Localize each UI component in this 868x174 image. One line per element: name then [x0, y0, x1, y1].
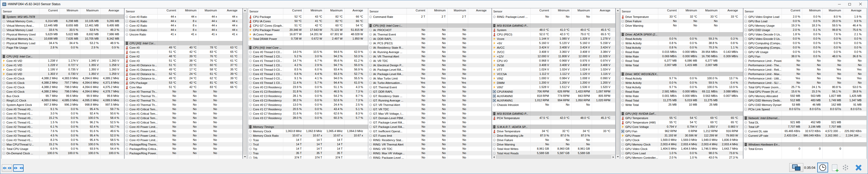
sensor-row[interactable]: GT: DDR RAPLNoNoNo: [368, 89, 492, 94]
sensor-row[interactable]: 3VCC3.408 V3.360 V3.408 V3.384 V: [492, 50, 615, 54]
sensor-row[interactable]: Core #2 Power Limit...NoNoNo: [125, 133, 242, 138]
column-header-current[interactable]: Current: [781, 8, 802, 14]
sensor-row[interactable]: Core #0 VID1.238 V1.174 V1.345 V1.260 V: [2, 59, 124, 63]
sensor-row[interactable]: Memory Clock1,063.8 MHz1,062.8 MHz1,065.…: [248, 129, 368, 133]
sensor-row[interactable]: Drive FailureNoNoNo: [492, 138, 615, 142]
sensor-row[interactable]: IA: PROCHOTNoNoNo: [368, 28, 492, 32]
column-header-sensor[interactable]: Sensor: [368, 8, 407, 14]
sensor-row[interactable]: GPU Video Encode 0 Us...0.0 %0.0 %0.0 %0…: [743, 36, 866, 41]
column-header-sensor[interactable]: Sensor: [743, 8, 781, 14]
sensor-row[interactable]: Core #2 C3 Residency28.1 %0.0 %54.2 %8.7…: [248, 94, 368, 98]
sensor-row[interactable]: Read Activity0.0 %0.0 %59.3 %0.3 %: [620, 36, 743, 41]
sensor-row[interactable]: Trcd14 T14 T14 T: [248, 142, 368, 147]
sensor-row[interactable]: Vcore1.144 V1.080 V1.328 V1.278 V: [492, 36, 615, 41]
section-header-row[interactable]: Network: Intel Ethernet...: [743, 116, 866, 120]
vertical-scrollbar-1[interactable]: [243, 8, 247, 159]
sensor-row[interactable]: Ring/LLC Clock4,089.0 MHz4,085.0 MHz4,09…: [2, 98, 124, 103]
scroll-down-button[interactable]: [243, 155, 247, 159]
sensor-row[interactable]: Core #3 Ratio44 x8 x44 x44 x: [125, 28, 242, 32]
sensor-row[interactable]: Core #3 Thread 1 C0...11.4 %5.7 %94.4 %6…: [248, 81, 368, 85]
sensor-row[interactable]: IA: Package-Level RA...NoNoNo: [368, 72, 492, 76]
sensor-row[interactable]: GPU Temperature (HW)55 °C54 °C69 °C65 °C: [620, 120, 743, 124]
sensor-row[interactable]: Core #0 C3 Residency23.9 %0.0 %51.1 %4.3…: [248, 85, 368, 89]
sensor-row[interactable]: Virtual Memory Com...6,314 MB6,298 MB10,…: [2, 19, 124, 23]
sensor-row[interactable]: Core #3 Power Limit...NoNoNo: [125, 138, 242, 142]
sensor-row[interactable]: GPU Memory Clock2,003.4 MHz2,003.4 MHz2,…: [620, 142, 743, 147]
sensor-row[interactable]: Package/Ring Critica...NoNoNo: [125, 147, 242, 151]
sensor-row[interactable]: Core #151 °C42 °C83 °C65 °C: [125, 50, 242, 54]
section-header-row[interactable]: GPU [#0]: NVIDIA GeF...: [620, 111, 743, 116]
sensor-row[interactable]: Core #3 Thread 0 C0...9.1 %4.1 %94.0 %55…: [248, 76, 368, 81]
sensor-row[interactable]: Physical Memory Used5,629 MB5,622 MB8,69…: [2, 32, 124, 36]
section-header-row[interactable]: S.M.A.R.T.: ADATA SP...: [492, 124, 615, 129]
section-header-row[interactable]: CPU [#0]: Intel Core ...: [248, 45, 368, 50]
sensor-row[interactable]: +12V12.000 V11.808 V12.000 V11.928 V: [492, 54, 615, 59]
sensor-row[interactable]: Read Total11,275 MB5,019 MB11,275 MB: [620, 98, 743, 103]
sensor-row[interactable]: Core #2 Thermal Th...NoNoNo: [125, 98, 242, 103]
sensor-row[interactable]: GPU Core Voltage0.794 V0.794 V1.050 V0.9…: [620, 124, 743, 129]
sensor-row[interactable]: Chassis IntrusionNoNoNo: [492, 103, 615, 107]
sensor-row[interactable]: Write Activity0.8 %0.0 %38.8 %0.8 %: [620, 41, 743, 45]
sensor-row[interactable]: GPU Clock1,569.0 MHz1,569.0 MHz1,949.0 M…: [620, 138, 743, 142]
sensor-row[interactable]: Core #049 °C40 °C78 °C63 °C: [125, 45, 242, 50]
sensor-row[interactable]: Package/Ring Therm...NoNoNo: [125, 142, 242, 147]
sensor-row[interactable]: Core #3 Thermal Th...NoNoNo: [125, 103, 242, 107]
sensor-row[interactable]: Core #2 Clock4,388.2 MHz798.0 MHz4,394.6…: [2, 85, 124, 89]
column-header-sensor[interactable]: Sensor: [620, 8, 658, 14]
sensor-row[interactable]: Core #2 Thread #1...7.6 %0.0 %91.6 %49.6…: [2, 129, 124, 133]
sensor-row[interactable]: GPU Bus Load0.0 %0.0 %20.0 %9.9 %: [743, 19, 866, 23]
sensor-row[interactable]: Core #3 Thread #1...8.3 %0.0 %95.4 %58.5…: [2, 138, 124, 142]
sensor-row[interactable]: Write Total2,007 MB1,415 MB2,007 MB: [620, 63, 743, 67]
sensor-row[interactable]: GPU Video Clock1,404.5 MHz1,404.5 MHz1,7…: [620, 147, 743, 151]
sensor-row[interactable]: GPU Computing (Compu...0.0 %0.0 %0.0 %0.…: [743, 45, 866, 50]
sensor-row[interactable]: Performance Limit - PowerNoNoNoNo: [743, 59, 866, 63]
sensor-row[interactable]: Memory Clock Ratio10.67 x10.67 x10.67 x1…: [248, 133, 368, 138]
sensor-row[interactable]: Max CPU/Thread U...15.2 %0.0 %100.0 %63.…: [2, 142, 124, 147]
scroll-down-button[interactable]: [616, 155, 619, 159]
column-header-minimum[interactable]: Minimum: [427, 8, 447, 14]
column-header-maximum[interactable]: Maximum: [324, 8, 344, 14]
sensor-row[interactable]: GPU Power31.193 W30.596 W112.299 W79.900…: [620, 133, 743, 138]
sensor-row[interactable]: Core #2 Critical Tem...NoNoNo: [125, 116, 242, 120]
sensor-row[interactable]: IA: VR TDCNoNoNo: [368, 59, 492, 63]
column-header-average[interactable]: Average: [344, 8, 365, 14]
sensor-row[interactable]: GPU Core Load1.0 %0.0 %98.0 %73.8 %: [620, 151, 743, 155]
sensor-row[interactable]: Core #2 Ratio44 x8 x44 x44 x: [125, 23, 242, 28]
sensor-row[interactable]: Core #0 Distance to...51 °C22 °C60 °C37 …: [125, 63, 242, 67]
sensor-row[interactable]: Core #1 VID1.228 V0.727 V1.355 V1.258 V: [2, 63, 124, 67]
sensor-row[interactable]: GT: Max VR Voltage, I...NoNoNo: [368, 111, 492, 116]
sensor-row[interactable]: RING: Max VR Voltage...NoNoNo: [368, 151, 492, 155]
column-header-minimum[interactable]: Minimum: [304, 8, 324, 14]
sensor-row[interactable]: Performance Limit - The...NoNoNoNo: [743, 63, 866, 67]
sensor-row[interactable]: System48.0 °C41.0 °C49.0 °C45.5 °C: [492, 28, 615, 32]
column-header-average[interactable]: Average: [843, 8, 863, 14]
column-header-maximum[interactable]: Maximum: [699, 8, 719, 14]
sensor-row[interactable]: CPU Package53 °C42 °C81 °C66 °C: [125, 81, 242, 85]
sensor-row[interactable]: Performance Limit - Max...NoNoNoNo: [743, 72, 866, 76]
sensor-row[interactable]: RING: VR TDCNoNoNo: [368, 147, 492, 151]
collapse-columns-button[interactable]: [13, 165, 24, 172]
section-header-row[interactable]: System: MSI MS-7978: [2, 14, 124, 19]
sensor-row[interactable]: Drive FailureNoNoNo: [620, 19, 743, 23]
sensor-row[interactable]: Physical Memory Av...10,698 MB7,635 MB10…: [2, 36, 124, 41]
sensor-row[interactable]: Core #0 C7 Residency13.0 %0.0 %24.4 %2.5…: [248, 103, 368, 107]
sensor-row[interactable]: Performance Limit - Utili...YesNoYesYes: [743, 76, 866, 81]
sensor-row[interactable]: Core #0 Thread 0 C0...14.0 %10.5 %94.6 %…: [248, 50, 368, 54]
sensor-row[interactable]: Current UP rate2,433.034 ...986.049 KB/s…: [743, 133, 866, 138]
maximize-button[interactable]: [845, 2, 854, 7]
sensor-row[interactable]: CPU I/O0.968 V0.968 V0.976 V0.974 V: [492, 59, 615, 63]
minimize-button[interactable]: [835, 2, 844, 7]
sensor-row[interactable]: Core #351 °C38 °C76 °C61 °C: [125, 59, 242, 63]
sensor-row[interactable]: Read Total6,377 MB6,086 MB6,377 MB: [620, 59, 743, 63]
column-header-average[interactable]: Average: [719, 8, 740, 14]
sensor-row[interactable]: Package/Ring Power...NoNoNo: [125, 151, 242, 155]
sensor-row[interactable]: GT: Running Average ...NoNoNo: [368, 98, 492, 103]
sensor-row[interactable]: PCIe Link Speed8.0 GT/s8.0 GT/s8.0 GT/s8…: [743, 107, 866, 111]
scrollbar-thumb[interactable]: [496, 155, 611, 158]
sensor-row[interactable]: Drive WarningNoNoNo: [492, 142, 615, 147]
column-header-minimum[interactable]: Minimum: [678, 8, 699, 14]
sensor-row[interactable]: GT: Package-Level RA...NoNoNo: [368, 124, 492, 129]
sensor-row[interactable]: GPU Video Decode 0 Us...1.8 %0.0 %7.6 %2…: [743, 32, 866, 36]
sensor-row[interactable]: IA Cores Power16.877 W14.201 W67.301 W48…: [248, 32, 368, 36]
scroll-left-button[interactable]: [492, 155, 496, 159]
